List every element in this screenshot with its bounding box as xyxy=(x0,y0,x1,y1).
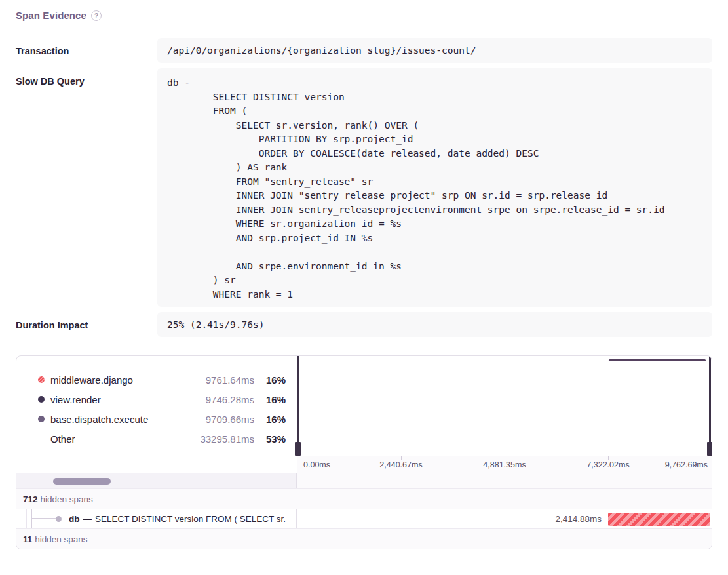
help-icon[interactable]: ? xyxy=(91,10,102,21)
time-axis-row: 0.00ms 2,440.67ms 4,881.35ms 7,322.02ms … xyxy=(16,456,712,473)
op-name: base.dispatch.execute xyxy=(50,414,182,425)
span-row-db[interactable]: db — SELECT DISTINCT version FROM ( SELE… xyxy=(16,509,712,528)
panel-title: Span Evidence xyxy=(16,10,86,21)
hidden-spans-count: 712 xyxy=(23,494,38,504)
tree-column-divider xyxy=(26,509,27,528)
span-duration: 2,414.88ms xyxy=(555,514,602,524)
op-duration: 33295.81ms xyxy=(182,433,254,445)
minimap-left-handle[interactable] xyxy=(297,356,299,456)
op-percent: 16% xyxy=(254,414,286,425)
minimap-span-bar xyxy=(609,359,706,361)
legend-row: middleware.django 9761.64ms 16% xyxy=(16,370,297,389)
op-dot-view-render-icon xyxy=(38,396,45,403)
op-duration: 9709.66ms xyxy=(182,414,254,425)
span-tree: middleware.django 9761.64ms 16% view.ren… xyxy=(16,355,712,549)
transaction-row: Transaction /api/0/organizations/{organi… xyxy=(16,38,712,63)
axis-label: 2,440.67ms xyxy=(379,460,422,469)
transaction-value-box: /api/0/organizations/{organization_slug}… xyxy=(157,38,712,63)
trace-minimap xyxy=(297,356,712,456)
op-name: middleware.django xyxy=(50,374,182,386)
op-percent: 53% xyxy=(254,433,286,445)
span-op: db xyxy=(69,514,80,524)
op-dot-base-dispatch-execute-icon xyxy=(38,416,45,422)
duration-impact-value: 25% (2.41s/9.76s) xyxy=(167,319,264,330)
transaction-label: Transaction xyxy=(16,38,157,63)
legend-row: view.render 9746.28ms 16% xyxy=(16,389,297,409)
hidden-spans-label: hidden spans xyxy=(35,534,87,544)
slow-db-query-row: Slow DB Query db - SELECT DISTINCT versi… xyxy=(16,68,712,307)
span-separator: — xyxy=(83,514,92,524)
minimap-right-grip[interactable] xyxy=(707,442,712,456)
slow-db-query-value-box: db - SELECT DISTINCT version FROM ( SELE… xyxy=(157,68,712,307)
legend-row: base.dispatch.execute 9709.66ms 16% xyxy=(16,409,297,429)
span-evidence-panel: Span Evidence ? Transaction /api/0/organ… xyxy=(0,0,728,575)
duration-impact-row: Duration Impact 25% (2.41s/9.76s) xyxy=(16,312,712,337)
hidden-spans-label: hidden spans xyxy=(41,494,93,504)
span-duration-cell: 2,414.88ms xyxy=(297,509,712,528)
horizontal-scrollbar-row xyxy=(16,473,712,488)
op-breakdown-legend: middleware.django 9761.64ms 16% view.ren… xyxy=(16,356,297,456)
hidden-spans-row-top: 712 hidden spans xyxy=(16,488,712,509)
op-duration: 9761.64ms xyxy=(182,374,254,386)
op-percent: 16% xyxy=(254,394,286,405)
axis-label: 0.00ms xyxy=(303,460,330,469)
time-axis: 0.00ms 2,440.67ms 4,881.35ms 7,322.02ms … xyxy=(297,456,712,473)
scrollbar-row-filler xyxy=(297,473,712,488)
hidden-spans-count: 11 xyxy=(23,534,32,544)
duration-impact-label: Duration Impact xyxy=(16,312,157,337)
op-name: Other xyxy=(50,433,182,445)
span-description: db — SELECT DISTINCT version FROM ( SELE… xyxy=(69,509,286,528)
scrollbar-track[interactable] xyxy=(16,473,297,488)
scrollbar-thumb[interactable] xyxy=(53,478,111,485)
slow-db-query-label: Slow DB Query xyxy=(16,68,157,307)
hidden-spans-row-bottom: 11 hidden spans xyxy=(16,528,712,549)
minimap-left-grip[interactable] xyxy=(295,442,301,456)
axis-label: 4,881.35ms xyxy=(483,460,526,469)
span-query-preview: SELECT DISTINCT version FROM ( SELECT sr… xyxy=(95,514,286,524)
transaction-value: /api/0/organizations/{organization_slug}… xyxy=(167,45,476,56)
op-duration: 9746.28ms xyxy=(182,394,254,405)
span-description-cell: db — SELECT DISTINCT version FROM ( SELE… xyxy=(16,509,297,528)
op-dot-middleware-django-icon xyxy=(38,376,45,383)
tree-connector-horizontal xyxy=(31,518,58,519)
span-tree-dot-icon xyxy=(56,516,62,522)
op-name: view.render xyxy=(50,394,182,405)
panel-header: Span Evidence ? xyxy=(16,10,712,21)
time-axis-spacer xyxy=(16,456,297,473)
op-percent: 16% xyxy=(254,374,286,386)
axis-label: 7,322.02ms xyxy=(586,460,629,469)
legend-row: Other 33295.81ms 53% xyxy=(16,429,297,448)
duration-impact-value-box: 25% (2.41s/9.76s) xyxy=(157,312,712,337)
axis-label: 9,762.69ms xyxy=(665,460,708,469)
span-tree-header: middleware.django 9761.64ms 16% view.ren… xyxy=(16,356,712,456)
slow-db-query-sql: db - SELECT DISTINCT version FROM ( SELE… xyxy=(157,68,712,307)
span-duration-bar[interactable] xyxy=(608,513,710,526)
minimap-right-handle[interactable] xyxy=(709,356,711,456)
